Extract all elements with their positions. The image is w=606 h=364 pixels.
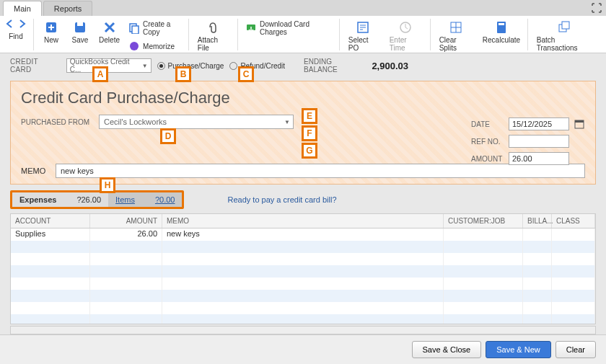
- credit-card-select[interactable]: QuickBooks Credit C...: [66, 58, 152, 73]
- recalculate-icon: [494, 20, 509, 35]
- save-new-button[interactable]: Save & New: [486, 341, 551, 358]
- svg-point-5: [130, 42, 139, 50]
- memorize-icon: [128, 40, 140, 52]
- items-tab[interactable]: Items ?0.00: [108, 192, 182, 207]
- footer-buttons: Save & Close Save & New Clear: [0, 334, 606, 364]
- table-row[interactable]: [11, 314, 595, 324]
- annotation-g: G: [302, 143, 317, 159]
- subtabs-row: Expenses ?26.00 Items ?0.00 Ready to pay…: [10, 190, 596, 209]
- purchased-from-select[interactable]: Cecil's Lockworks: [99, 115, 294, 129]
- annotation-f: F: [302, 125, 317, 141]
- forward-arrow-icon[interactable]: [17, 19, 27, 30]
- maximize-icon[interactable]: [592, 3, 602, 13]
- svg-rect-2: [77, 22, 83, 26]
- batch-transactions-button[interactable]: Batch Transactions: [534, 19, 596, 53]
- find-button[interactable]: Find: [4, 31, 27, 42]
- annotation-b: B: [175, 66, 191, 82]
- memo-input[interactable]: new keys: [56, 164, 585, 178]
- new-icon: [44, 20, 58, 35]
- svg-rect-15: [575, 120, 584, 123]
- ready-to-pay-link[interactable]: Ready to pay a credit card bill?: [227, 195, 336, 204]
- svg-rect-11: [499, 23, 504, 25]
- svg-rect-13: [562, 22, 569, 29]
- annotation-a: A: [92, 66, 108, 82]
- col-customer[interactable]: CUSTOMER:JOB: [444, 214, 523, 228]
- save-button[interactable]: Save: [69, 19, 92, 45]
- copy-icon: [128, 22, 140, 34]
- refno-label: REF NO.: [471, 138, 504, 146]
- col-amount[interactable]: AMOUNT: [90, 214, 162, 228]
- download-charges-button[interactable]: Download Card Charges: [244, 19, 333, 37]
- credit-card-label: CREDIT CARD: [10, 58, 61, 74]
- enter-time-button[interactable]: Enter Time: [387, 19, 424, 53]
- horizontal-scrollbar[interactable]: [10, 326, 596, 334]
- clear-splits-button[interactable]: Clear Splits: [436, 19, 476, 53]
- paperclip-icon: [206, 20, 220, 35]
- clear-button[interactable]: Clear: [556, 341, 596, 358]
- recalculate-button[interactable]: Recalculate: [481, 19, 522, 45]
- amount-input[interactable]: 26.00: [509, 152, 569, 165]
- create-copy-button[interactable]: Create a Copy: [127, 19, 183, 37]
- date-input[interactable]: 15/12/2025: [509, 117, 569, 130]
- select-po-button[interactable]: Select PO: [346, 19, 381, 53]
- back-arrow-icon[interactable]: [5, 19, 15, 30]
- table-row[interactable]: [11, 290, 595, 302]
- save-close-button[interactable]: Save & Close: [412, 341, 482, 358]
- calendar-icon[interactable]: [574, 118, 585, 130]
- annotation-h: H: [100, 177, 115, 193]
- table-row[interactable]: Supplies26.00new keys: [11, 228, 595, 241]
- annotation-d: D: [160, 128, 176, 144]
- col-billable[interactable]: BILLA...: [523, 214, 552, 228]
- table-row[interactable]: [11, 278, 595, 290]
- memorize-button[interactable]: Memorize: [127, 39, 183, 53]
- radio-unchecked-icon: [229, 62, 237, 70]
- annotation-e: E: [302, 108, 317, 124]
- table-row[interactable]: [11, 265, 595, 278]
- tab-main[interactable]: Main: [3, 1, 42, 16]
- tab-reports[interactable]: Reports: [43, 1, 93, 16]
- amount-label: AMOUNT: [471, 155, 504, 163]
- col-memo[interactable]: MEMO: [162, 214, 444, 228]
- table-row[interactable]: [11, 253, 595, 265]
- attach-file-button[interactable]: Attach File: [195, 19, 232, 53]
- expenses-tab[interactable]: Expenses ?26.00: [12, 192, 108, 207]
- credit-card-bar: CREDIT CARD QuickBooks Credit C... Purch…: [0, 53, 606, 78]
- delete-icon: [102, 20, 117, 35]
- window-tabs: Main Reports: [0, 0, 606, 16]
- purchased-from-label: PURCHASED FROM: [21, 118, 93, 126]
- memo-label: MEMO: [21, 167, 50, 175]
- svg-rect-4: [132, 26, 139, 34]
- date-label: DATE: [471, 120, 504, 128]
- toolbar: Find New Save Delete Create a Copy: [0, 16, 606, 53]
- radio-checked-icon: [157, 62, 165, 70]
- expenses-grid: ACCOUNT AMOUNT MEMO CUSTOMER:JOB BILLA..…: [10, 213, 596, 324]
- table-row[interactable]: [11, 241, 595, 253]
- table-row[interactable]: [11, 302, 595, 314]
- new-button[interactable]: New: [40, 19, 63, 45]
- check-title: Credit Card Purchase/Charge: [21, 89, 585, 107]
- clear-splits-icon: [449, 20, 463, 35]
- download-icon: [245, 22, 257, 34]
- save-icon: [73, 20, 87, 35]
- clock-icon: [398, 20, 413, 35]
- refno-input[interactable]: [509, 135, 569, 148]
- ending-balance-label: ENDING BALANCE: [304, 58, 366, 74]
- annotation-c: C: [238, 66, 254, 82]
- delete-button[interactable]: Delete: [97, 19, 121, 45]
- po-icon: [356, 20, 370, 35]
- batch-icon: [558, 20, 572, 35]
- col-class[interactable]: CLASS: [552, 214, 595, 228]
- ending-balance-value: 2,900.03: [372, 61, 408, 71]
- col-account[interactable]: ACCOUNT: [11, 214, 90, 228]
